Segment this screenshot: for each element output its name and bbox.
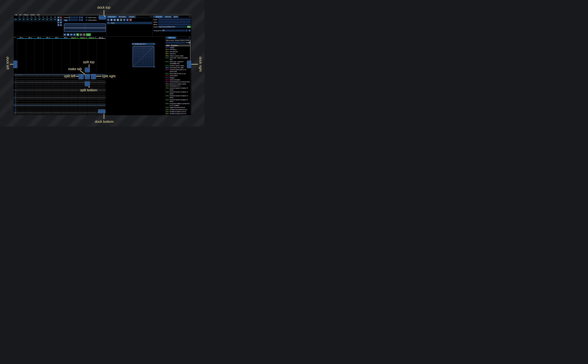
pattern-cell[interactable] bbox=[34, 89, 43, 91]
order-cell[interactable]: 00 bbox=[22, 19, 26, 20]
move-instrument-down-button[interactable] bbox=[126, 19, 129, 21]
pattern-cell[interactable] bbox=[70, 100, 79, 102]
effect-search-input[interactable] bbox=[166, 42, 185, 44]
order-cell[interactable]: 00 bbox=[26, 19, 30, 20]
pattern-cell[interactable] bbox=[70, 87, 79, 89]
pattern-cell[interactable] bbox=[17, 91, 26, 93]
move-instrument-up-button[interactable] bbox=[123, 19, 126, 21]
pattern-cell[interactable] bbox=[43, 112, 52, 114]
octave-input[interactable]: 3 bbox=[68, 17, 78, 19]
pattern-cell[interactable] bbox=[79, 93, 88, 95]
pattern-cell[interactable] bbox=[52, 93, 61, 95]
dock-right-target[interactable] bbox=[187, 61, 191, 68]
pattern-cell[interactable] bbox=[70, 93, 79, 95]
pattern-cell[interactable] bbox=[17, 106, 26, 108]
pattern-cell[interactable] bbox=[70, 97, 79, 99]
order-cell[interactable]: 00 bbox=[49, 19, 53, 20]
pattern-cell[interactable] bbox=[34, 106, 43, 108]
pattern-cell[interactable] bbox=[96, 79, 105, 81]
name-input[interactable] bbox=[158, 19, 191, 21]
octave-plus-button[interactable]: + bbox=[81, 17, 83, 19]
pattern-cell[interactable] bbox=[34, 114, 43, 115]
pattern-cell[interactable] bbox=[52, 89, 61, 91]
pattern-cell[interactable] bbox=[34, 108, 43, 110]
oscilloscope-xy-window[interactable]: Oscilloscope (X-Y) × bbox=[132, 43, 155, 68]
pattern-cell[interactable] bbox=[26, 114, 34, 115]
order-cell[interactable]: 00 bbox=[41, 19, 45, 20]
pattern-cell[interactable] bbox=[79, 95, 88, 97]
metronome-button[interactable] bbox=[79, 33, 82, 36]
pattern-cell[interactable] bbox=[70, 106, 79, 108]
pattern-cell[interactable] bbox=[26, 89, 34, 91]
pattern-cell[interactable] bbox=[52, 79, 61, 81]
pattern-cell[interactable] bbox=[43, 89, 52, 91]
pattern-cell[interactable] bbox=[43, 76, 52, 78]
effect-row[interactable]: 15xxSet level of operator 4 (0 highest, … bbox=[166, 99, 190, 103]
pattern-cell[interactable] bbox=[52, 104, 61, 106]
follow-pattern-checkbox[interactable]: ✓ bbox=[86, 19, 87, 21]
pattern-cell[interactable] bbox=[96, 100, 105, 102]
pattern-cell[interactable] bbox=[43, 100, 52, 102]
effect-list-close-button[interactable]: × bbox=[189, 37, 191, 39]
pattern-cell[interactable] bbox=[70, 108, 79, 110]
effect-row[interactable]: 0BxxJump to pattern bbox=[166, 75, 190, 77]
pattern-cell[interactable] bbox=[17, 89, 26, 91]
pattern-cell[interactable] bbox=[26, 85, 34, 87]
pattern-cell[interactable] bbox=[43, 95, 52, 97]
pattern-cell[interactable] bbox=[52, 95, 61, 97]
effect-row[interactable]: 0DxxJump to next pattern bbox=[166, 79, 190, 81]
pattern-cell[interactable] bbox=[61, 95, 70, 97]
effect-row[interactable]: 10xySetup LFO (x: enable; y: speed) bbox=[166, 83, 190, 85]
pattern-cell[interactable] bbox=[79, 103, 88, 104]
tab-effect-list[interactable]: Effect List bbox=[167, 37, 176, 39]
pattern-row-15[interactable]: 15 bbox=[14, 103, 106, 104]
add-instrument-button[interactable] bbox=[107, 19, 110, 21]
pattern-row-17[interactable]: 17 bbox=[14, 106, 106, 108]
order-change-mode-button[interactable] bbox=[57, 24, 59, 26]
order-cell[interactable]: 00 bbox=[33, 19, 37, 20]
pattern-cell[interactable] bbox=[70, 104, 79, 106]
pattern-cell[interactable] bbox=[70, 99, 79, 100]
pattern-cell[interactable] bbox=[26, 112, 34, 114]
duplicate-order-button[interactable] bbox=[57, 19, 59, 21]
play-from-start-button[interactable] bbox=[67, 33, 70, 36]
pattern-cell[interactable] bbox=[34, 93, 43, 95]
pattern-cell[interactable] bbox=[43, 91, 52, 93]
pattern-cell[interactable] bbox=[79, 114, 88, 115]
pattern-cell[interactable] bbox=[17, 99, 26, 100]
tuning-minus-button[interactable]: - bbox=[186, 30, 187, 32]
pattern-cell[interactable] bbox=[43, 103, 52, 104]
pattern-cell[interactable] bbox=[61, 110, 70, 112]
pattern-cell[interactable] bbox=[88, 95, 97, 97]
pattern-row-6[interactable]: 6 bbox=[14, 85, 106, 87]
menu-item-settings[interactable]: settings bbox=[23, 14, 28, 16]
pattern-cell[interactable] bbox=[52, 110, 61, 112]
pattern-cell[interactable] bbox=[61, 114, 70, 115]
effect-row[interactable]: 0AxyVolume slide (0y: down; x0: up) bbox=[166, 73, 190, 75]
open-instrument-button[interactable] bbox=[113, 19, 116, 21]
dock-left-target[interactable] bbox=[13, 61, 17, 68]
pattern-cell[interactable] bbox=[79, 99, 88, 100]
pattern-cell[interactable] bbox=[88, 93, 97, 95]
pattern-cell[interactable] bbox=[96, 99, 105, 100]
tab-song-info[interactable]: Song Info bbox=[154, 16, 163, 18]
pattern-cell[interactable] bbox=[34, 100, 43, 102]
pattern-cell[interactable] bbox=[26, 108, 34, 110]
pattern-cell[interactable] bbox=[17, 112, 26, 114]
pattern-cell[interactable] bbox=[52, 76, 61, 78]
menu-item-edit[interactable]: edit bbox=[19, 14, 21, 16]
instrument-list-item[interactable]: - None - bbox=[107, 22, 152, 24]
effect-row[interactable]: 09xxSet groove pattern (speed 1 if no gr… bbox=[166, 69, 190, 72]
save-instrument-button[interactable] bbox=[117, 19, 119, 21]
pattern-cell[interactable] bbox=[43, 106, 52, 108]
pattern-cell[interactable] bbox=[61, 84, 70, 85]
pattern-cell[interactable] bbox=[88, 100, 97, 102]
pattern-cell[interactable] bbox=[26, 106, 34, 108]
pattern-cell[interactable] bbox=[96, 95, 105, 97]
pattern-cell[interactable] bbox=[26, 81, 34, 83]
pattern-cell[interactable] bbox=[52, 106, 61, 108]
effect-row[interactable]: 14xxSet level of operator 3 (0 highest, … bbox=[166, 95, 190, 99]
pattern-cell[interactable] bbox=[34, 103, 43, 104]
effect-row[interactable]: 0FxxSet speed (speed 2 if no grooves exi… bbox=[166, 81, 190, 83]
move-order-up-button[interactable] bbox=[60, 19, 62, 21]
